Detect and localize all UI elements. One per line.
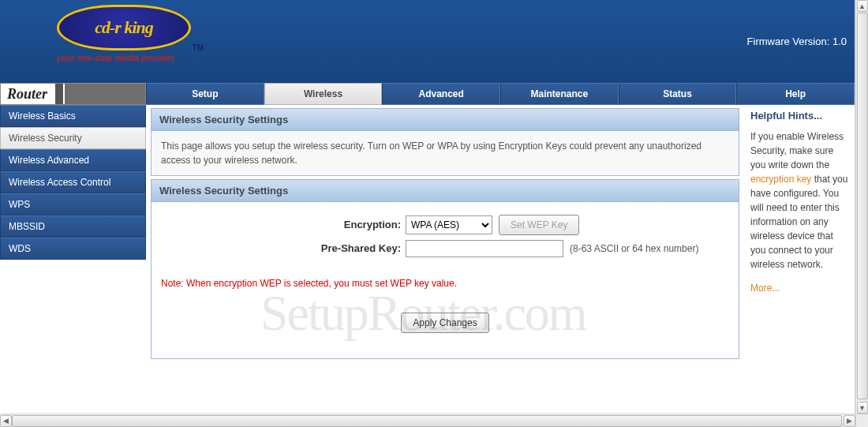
- logo-trademark: TM: [193, 43, 204, 52]
- header-banner: cd-r king TM your one-stop media provide…: [0, 0, 855, 83]
- sidebar-item-wireless-advanced[interactable]: Wireless Advanced: [0, 149, 146, 171]
- psk-hint: (8-63 ASCII or 64 hex number): [570, 242, 698, 256]
- encryption-label: Encryption:: [161, 217, 406, 233]
- hints-panel: Helpful Hints... If you enable Wireless …: [744, 105, 855, 359]
- brand-logo: cd-r king TM your one-stop media provide…: [57, 5, 191, 62]
- panel-intro: Wireless Security Settings This page all…: [151, 108, 739, 176]
- router-tab-label: Router: [1, 86, 54, 103]
- panel-intro-desc: This page allows you setup the wireless …: [152, 131, 739, 175]
- psk-label: Pre-Shared Key:: [161, 241, 406, 257]
- hints-header: Helpful Hints...: [750, 110, 848, 122]
- psk-input[interactable]: [406, 240, 563, 257]
- scroll-left-icon[interactable]: ◀: [0, 415, 12, 427]
- router-tab: Router: [0, 83, 146, 105]
- tab-maintenance[interactable]: Maintenance: [500, 83, 619, 105]
- encryption-select[interactable]: WPA (AES): [406, 215, 492, 234]
- scrollbar-corner: [855, 414, 868, 427]
- tab-status[interactable]: Status: [619, 83, 737, 105]
- logo-oval: cd-r king: [57, 5, 191, 51]
- sidebar-item-wps[interactable]: WPS: [0, 193, 146, 215]
- tab-wireless[interactable]: Wireless: [264, 83, 383, 105]
- scroll-up-icon[interactable]: ▲: [857, 0, 868, 12]
- scroll-right-icon[interactable]: ▶: [844, 415, 855, 427]
- logo-tagline: your one-stop media provider: [57, 54, 191, 62]
- sidebar-item-wds[interactable]: WDS: [0, 238, 146, 260]
- firmware-version: Firmware Version: 1.0: [747, 36, 847, 47]
- apply-changes-button[interactable]: Apply Changes: [401, 313, 488, 333]
- sidebar-item-wireless-access-control[interactable]: Wireless Access Control: [0, 171, 146, 193]
- wep-note: Note: When encryption WEP is selected, y…: [161, 262, 729, 302]
- sidebar-item-wireless-security[interactable]: Wireless Security: [0, 127, 146, 149]
- scroll-down-icon[interactable]: ▼: [857, 402, 868, 414]
- horizontal-scrollbar[interactable]: ◀ ▶: [0, 414, 855, 427]
- sidebar-item-mbssid[interactable]: MBSSID: [0, 215, 146, 238]
- horizontal-scroll-thumb[interactable]: [12, 415, 842, 427]
- vertical-scroll-thumb[interactable]: [857, 13, 868, 399]
- tab-advanced[interactable]: Advanced: [382, 83, 500, 105]
- hints-body: If you enable Wireless Security, make su…: [750, 129, 848, 272]
- main-content: Wireless Security Settings This page all…: [146, 105, 744, 359]
- router-tab-stripes: [54, 84, 145, 104]
- tab-setup[interactable]: Setup: [146, 83, 264, 105]
- panel-intro-title: Wireless Security Settings: [152, 109, 739, 131]
- encryption-key-link[interactable]: encryption key: [750, 174, 811, 185]
- logo-text: cd-r king: [95, 17, 153, 38]
- sidebar: Wireless Basics Wireless Security Wirele…: [0, 105, 146, 359]
- sidebar-item-wireless-basics[interactable]: Wireless Basics: [0, 105, 146, 127]
- vertical-scrollbar[interactable]: ▲ ▼: [855, 0, 868, 414]
- hints-more-link[interactable]: More...: [750, 283, 848, 294]
- panel-settings-title: Wireless Security Settings: [152, 180, 739, 202]
- panel-settings: Wireless Security Settings Encryption: W…: [151, 179, 739, 359]
- nav-row: Router Setup Wireless Advanced Maintenan…: [0, 83, 855, 105]
- set-wep-key-button[interactable]: Set WEP Key: [499, 215, 579, 235]
- tab-help[interactable]: Help: [736, 83, 855, 105]
